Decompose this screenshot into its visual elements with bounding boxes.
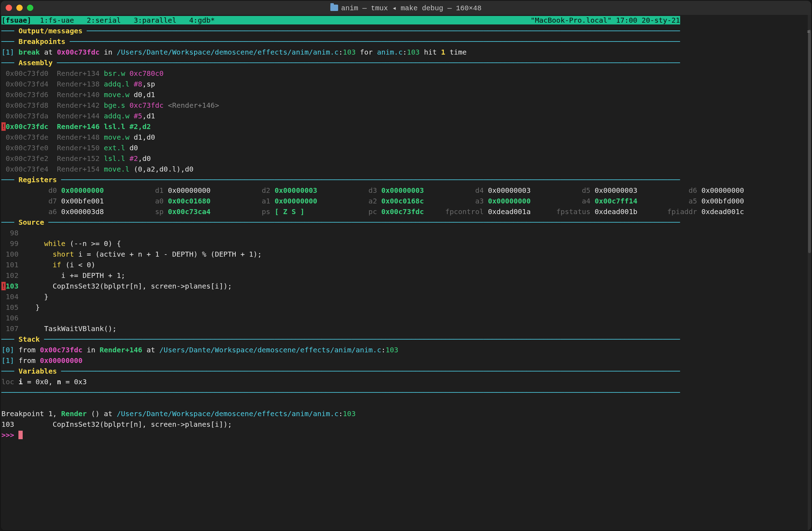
scrollbar-thumb[interactable] [808,30,811,253]
terminal-window: anim — tmux ◂ make debug — 160×48 [fsuae… [1,1,811,530]
titlebar: anim — tmux ◂ make debug — 160×48 [1,1,811,15]
minimize-button[interactable] [16,5,23,11]
scrollbar[interactable] [808,15,811,530]
title-text: anim — tmux ◂ make debug — 160×48 [341,4,481,12]
window-controls [6,5,33,11]
folder-icon [330,5,338,11]
window-title: anim — tmux ◂ make debug — 160×48 [1,4,811,12]
close-button[interactable] [6,5,12,11]
terminal-body[interactable]: [fsuae] 1:fs-uae 2:serial 3:parallel 4:g… [1,15,811,530]
terminal-screen[interactable]: [fsuae] 1:fs-uae 2:serial 3:parallel 4:g… [1,15,811,440]
pane-handle-icon: ≡ [806,29,811,35]
zoom-button[interactable] [27,5,33,11]
